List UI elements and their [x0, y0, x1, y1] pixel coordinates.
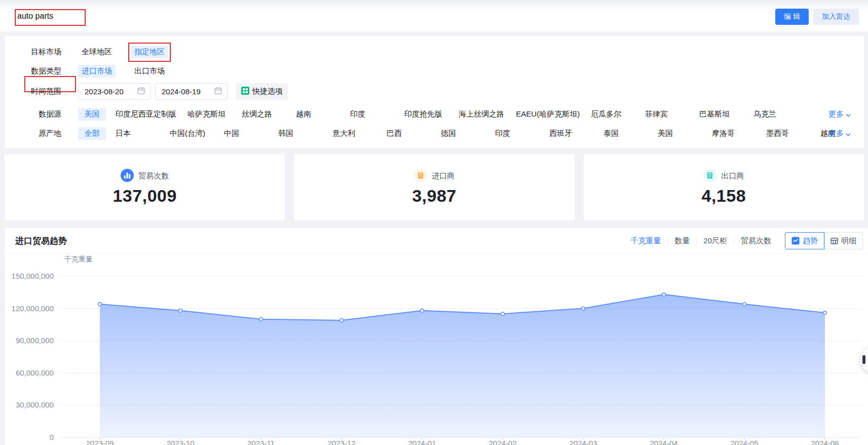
filter-option[interactable]: 印度 — [491, 127, 540, 140]
filter-row-origin: 原产地 全部日本中国(台湾)中国韩国意大利巴西德国印度西班牙泰国美国摩洛哥墨西哥… — [5, 127, 864, 140]
trend-chart-card: 进口贸易趋势 千克重量数量20尺柜贸易次数 趋势明细 千克重量030,000,0… — [5, 228, 868, 445]
filter-option[interactable]: 全球地区 — [78, 46, 116, 58]
filter-option[interactable]: EAEU(哈萨克斯坦) — [512, 108, 581, 121]
filter-option[interactable]: 中国(台湾) — [166, 127, 214, 140]
filter-option[interactable]: 出口市场 — [131, 65, 168, 78]
filter-label-origin: 原产地 — [5, 127, 61, 138]
top-bar: auto parts 编 辑 加入雷达 — [0, 0, 868, 31]
filter-option[interactable]: 哈萨克斯坦 — [183, 108, 232, 121]
filter-option[interactable]: 越南 — [292, 108, 341, 121]
x-tick-label: 2024-02 — [488, 439, 516, 445]
date-end-input[interactable]: 2024-08-19 — [155, 83, 228, 100]
keyword-input[interactable]: auto parts — [17, 12, 53, 21]
filter-option[interactable]: 墨西哥 — [762, 127, 811, 140]
data-point-marker — [582, 307, 585, 310]
stat-label: 进口商 — [432, 171, 455, 181]
data-point-marker — [823, 311, 827, 315]
data-point-marker — [743, 303, 746, 306]
x-tick-label: 2023-12 — [327, 439, 355, 445]
quick-options-icon — [241, 87, 249, 96]
date-start-input[interactable]: 2023-08-20 — [78, 83, 150, 100]
filter-option[interactable]: 泰国 — [599, 127, 648, 140]
filter-option[interactable]: 海上丝绸之路 — [455, 108, 506, 121]
filter-option[interactable]: 菲律宾 — [641, 108, 690, 121]
filter-option[interactable]: 印度尼西亚定制版 — [111, 108, 178, 121]
filter-option[interactable]: 乌克兰 — [749, 108, 798, 121]
table-icon — [831, 237, 838, 245]
filter-panel: 目标市场 全球地区指定地区 数据类型 进口市场出口市场 时间范围 2023-08… — [5, 36, 864, 148]
trend-icon — [791, 237, 800, 245]
x-tick-label: 2023-11 — [247, 439, 275, 445]
floating-helper-icon — [862, 355, 865, 364]
x-tick-label: 2024-05 — [730, 439, 758, 445]
area-chart-svg: 千克重量030,000,00060,000,00090,000,000120,0… — [5, 253, 868, 445]
filter-options-origin: 全部日本中国(台湾)中国韩国意大利巴西德国印度西班牙泰国美国摩洛哥墨西哥越南 — [78, 127, 864, 140]
x-tick-label: 2024-01 — [408, 439, 436, 445]
y-tick-label: 150,000,000 — [12, 272, 54, 280]
view-toggle-detail[interactable]: 明细 — [824, 232, 863, 249]
more-label: 更多 — [828, 109, 844, 119]
stat-value: 137,009 — [112, 186, 176, 206]
x-tick-label: 2023-10 — [166, 439, 194, 445]
filter-label-data-source: 数据源 — [5, 108, 61, 119]
filter-option[interactable]: 全部 — [78, 127, 106, 140]
calendar-icon — [214, 87, 222, 96]
metric-tab[interactable]: 数量 — [668, 236, 696, 246]
chart-header: 进口贸易趋势 千克重量数量20尺柜贸易次数 趋势明细 — [5, 228, 868, 254]
filter-option[interactable]: 美国 — [654, 127, 702, 140]
filter-option[interactable]: 进口市场 — [78, 65, 116, 78]
annotation-box-selected-region — [128, 43, 171, 62]
filter-options-data-source: 美国印度尼西亚定制版哈萨克斯坦丝绸之路越南印度印度抢先版海上丝绸之路EAEU(哈… — [78, 108, 864, 121]
filter-option[interactable]: 丝绸之路 — [238, 108, 286, 121]
data-point-marker — [340, 319, 344, 322]
filter-option[interactable]: 巴基斯坦 — [695, 108, 744, 121]
edit-button[interactable]: 编 辑 — [775, 9, 809, 25]
data-point-marker — [501, 312, 505, 316]
trend-area-chart[interactable]: 千克重量030,000,00060,000,00090,000,000120,0… — [5, 253, 868, 445]
filter-option[interactable]: 意大利 — [328, 127, 377, 140]
chart-title: 进口贸易趋势 — [15, 235, 67, 247]
filter-option[interactable]: 厄瓜多尔 — [587, 108, 635, 121]
filter-option[interactable]: 印度抢先版 — [400, 108, 449, 121]
metric-tab[interactable]: 千克重量 — [624, 236, 667, 246]
view-toggle-label: 明细 — [841, 236, 856, 246]
add-to-radar-button[interactable]: 加入雷达 — [813, 9, 859, 25]
filter-option[interactable]: 印度 — [346, 108, 395, 121]
filter-option[interactable]: 日本 — [111, 127, 160, 140]
filter-option[interactable]: 指定地区 — [131, 46, 168, 58]
quick-options-label: 快捷选项 — [252, 87, 283, 96]
filter-options-data-type: 进口市场出口市场 — [78, 65, 168, 78]
filter-option[interactable]: 巴西 — [383, 127, 431, 140]
date-start-value: 2023-08-20 — [85, 87, 124, 96]
filter-option[interactable]: 美国 — [78, 108, 106, 121]
quick-options-button[interactable]: 快捷选项 — [236, 83, 288, 100]
stat-card-header: 进口商 — [414, 169, 455, 183]
filter-option[interactable]: 西班牙 — [545, 127, 594, 140]
stat-card-header: 出口商 — [703, 169, 744, 183]
y-tick-label: 0 — [50, 433, 54, 441]
stat-label: 贸易次数 — [138, 171, 169, 181]
bar-chart-icon — [121, 169, 134, 183]
filter-option[interactable]: 摩洛哥 — [708, 127, 757, 140]
metric-tab[interactable]: 20尺柜 — [697, 236, 734, 246]
filter-label-target-market: 目标市场 — [5, 46, 61, 57]
stat-label: 出口商 — [721, 171, 744, 181]
stat-card: 贸易次数137,009 — [5, 154, 285, 220]
data-point-marker — [98, 303, 102, 306]
filter-options-target-market: 全球地区指定地区 — [78, 46, 168, 58]
more-link-data-source[interactable]: 更多 — [828, 109, 851, 119]
x-tick-label: 2024-04 — [650, 439, 677, 445]
chevron-down-icon — [846, 110, 851, 119]
y-tick-label: 90,000,000 — [16, 336, 54, 345]
filter-option[interactable]: 韩国 — [274, 127, 323, 140]
metric-tabs: 千克重量数量20尺柜贸易次数 — [624, 236, 778, 246]
data-point-marker — [179, 309, 182, 313]
filter-option[interactable]: 德国 — [437, 127, 485, 140]
filter-option[interactable]: 中国 — [220, 127, 269, 140]
stat-cards: 贸易次数137,009进口商3,987出口商4,158 — [5, 154, 864, 220]
more-link-origin[interactable]: 更多 — [828, 129, 851, 138]
metric-tab[interactable]: 贸易次数 — [734, 236, 778, 246]
data-point-marker — [421, 309, 424, 313]
stat-value: 4,158 — [702, 186, 746, 206]
view-toggle-trend[interactable]: 趋势 — [785, 232, 824, 249]
